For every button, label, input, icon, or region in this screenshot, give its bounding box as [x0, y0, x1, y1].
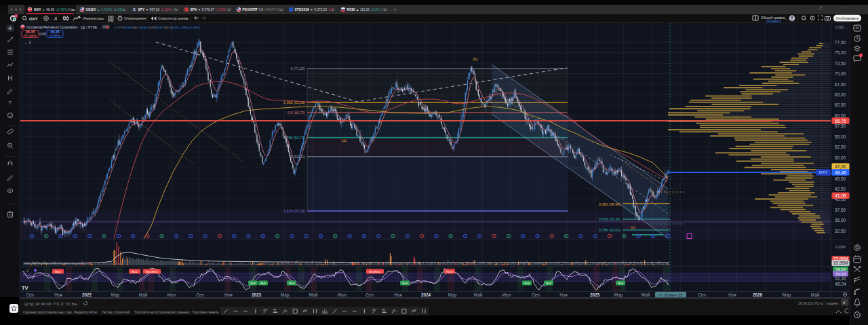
svg-text:62,50: 62,50 [835, 102, 846, 107]
svg-text:Все: Все [72, 303, 78, 306]
svg-text:S: S [133, 7, 136, 12]
svg-text:Д: Д [594, 235, 596, 238]
svg-text:Rose: Rose [446, 270, 454, 273]
svg-text:Д: Д [89, 235, 91, 238]
svg-text:×: × [123, 7, 125, 12]
svg-text:⌄: ⌄ [846, 25, 848, 29]
svg-text:OXY: OXY [34, 7, 41, 12]
svg-text:(b): (b) [473, 57, 477, 61]
svg-text:Д: Д [190, 235, 192, 238]
svg-text:Мар: Мар [111, 292, 120, 298]
svg-text:Д: Д [378, 235, 380, 238]
svg-text:пт 20 Июн '25: пт 20 Июн '25 [659, 293, 682, 297]
svg-text:2024: 2024 [421, 292, 431, 297]
svg-text:Мар: Мар [783, 292, 791, 298]
svg-text:Ноя: Ноя [728, 292, 736, 297]
svg-text:×: × [227, 7, 230, 12]
svg-text:Д: Д [60, 235, 62, 238]
svg-text:67,50: 67,50 [835, 82, 846, 87]
svg-text:16:39:13 UTC+3: 16:39:13 UTC+3 [798, 301, 823, 305]
svg-text:Ноя: Ноя [559, 292, 567, 297]
svg-text:YTD: YTD [53, 303, 60, 306]
svg-text:Опубликовать: Опубликовать [836, 16, 859, 20]
svg-text:Д: Д [363, 235, 366, 238]
svg-text:E: E [334, 235, 336, 238]
svg-text:58,75: 58,75 [835, 119, 846, 123]
svg-text:Май: Май [139, 292, 148, 297]
svg-text:50,00: 50,00 [835, 155, 846, 160]
svg-text:46,45: 46,45 [46, 8, 54, 12]
svg-text:⌄ 3: ⌄ 3 [24, 40, 31, 45]
svg-text:Май: Май [474, 292, 483, 297]
svg-text:0,382 (38,99): 0,382 (38,99) [599, 202, 620, 206]
svg-text:Д: Д [349, 235, 351, 238]
svg-text:Д: Д [637, 235, 639, 238]
svg-text:Редактор Pine: Редактор Pine [74, 310, 97, 314]
svg-text:32,50: 32,50 [835, 229, 846, 233]
svg-text:⎇: ⎇ [817, 5, 823, 10]
svg-text:70,00: 70,00 [835, 71, 846, 76]
svg-text:RGBI ▲ 112,81 +0.2% | Об: RGBI ▲ 112,81 +0.2% | Об [347, 8, 387, 12]
svg-text:Сен: Сен [366, 292, 374, 297]
svg-text:US10Y ▲ 4,409% +1.01% /: US10Y ▲ 4,409% +1.01% / [86, 8, 127, 12]
svg-text:⋯: ⋯ [840, 5, 844, 9]
svg-text:2026: 2026 [753, 292, 763, 297]
svg-text:(a): (a) [342, 138, 347, 142]
svg-text:Д: Д [262, 235, 264, 238]
svg-text:42,50: 42,50 [835, 187, 846, 191]
svg-text:Bull: Bull [260, 282, 265, 285]
svg-text:5Д: 5Д [29, 303, 34, 306]
svg-text:37,50: 37,50 [835, 208, 846, 212]
svg-text:▲: ▲ [42, 8, 45, 12]
svg-text:E: E [623, 235, 625, 238]
svg-text:0,618 (35,28): 0,618 (35,28) [599, 217, 620, 221]
svg-text:70,03: 70,03 [835, 271, 846, 276]
svg-text:47,91: 47,91 [835, 164, 846, 169]
svg-text:45,04: 45,04 [835, 282, 846, 286]
svg-text:60,00: 60,00 [835, 113, 846, 118]
svg-text:Д: Д [435, 235, 437, 238]
svg-text:коррект.: коррект. [827, 301, 840, 305]
svg-text:Д: Д [522, 235, 524, 238]
svg-text:Май: Май [811, 292, 820, 297]
svg-text:Bull: Bull [546, 282, 551, 285]
svg-text:45,00: 45,00 [835, 176, 846, 181]
svg-text:77,50: 77,50 [835, 40, 846, 45]
svg-text:Мар: Мар [614, 292, 623, 298]
svg-text:57,50: 57,50 [835, 123, 846, 128]
svg-text:Bull: Bull [618, 282, 623, 285]
svg-text:Ноя: Ноя [394, 292, 401, 297]
svg-text:Июл: Июл [167, 292, 176, 297]
svg-text:Июл: Июл [338, 292, 347, 297]
svg-text:E: E [450, 235, 452, 238]
svg-text:| Офи..: | Офи.. [66, 8, 77, 12]
svg-text:Д: Д [248, 235, 250, 238]
svg-text:Bull: Bull [524, 282, 529, 285]
svg-text:Д: Д [465, 235, 467, 238]
svg-text:65,00: 65,00 [835, 92, 846, 97]
svg-text:Д: Д [536, 235, 538, 238]
svg-text:55,00: 55,00 [835, 134, 846, 139]
svg-text:Сен: Сен [532, 292, 540, 297]
svg-text:×: × [332, 7, 334, 12]
svg-text:Д: Д [31, 235, 33, 238]
svg-text:Bear: Bear [55, 270, 62, 273]
svg-text:Д: Д [75, 235, 77, 238]
svg-text:BearBear: BearBear [369, 270, 382, 273]
svg-text:Д: Д [204, 235, 206, 238]
svg-text:72,50: 72,50 [835, 61, 846, 66]
svg-text:SPX ▼ 5 976,97 -1.13% | М: SPX ▼ 5 976,97 -1.13% | М [191, 8, 231, 12]
svg-text:⌄: ⌄ [184, 16, 188, 20]
svg-text:1Г: 1Г [60, 303, 64, 306]
svg-text:2025: 2025 [590, 292, 600, 297]
svg-text:?: ? [856, 313, 858, 318]
svg-text:ОТКР46,56 МАКС46,64 МИН45,59 З: ОТКР46,56 МАКС46,64 МИН45,59 ЗАКР46,45 +… [115, 26, 200, 29]
svg-text:100M: 100M [835, 244, 845, 249]
svg-text:Д: Д [233, 235, 235, 238]
svg-text:6М: 6М [47, 303, 52, 306]
svg-text:⌄: ⌄ [102, 16, 105, 20]
svg-text:Индикаторы: Индикаторы [83, 16, 104, 20]
svg-text:Occidental Petroleum Corporati: Occidental Petroleum Corporation · 1Д · … [26, 25, 98, 29]
svg-text:Май: Май [642, 292, 650, 297]
svg-text:Д: Д [479, 235, 481, 238]
